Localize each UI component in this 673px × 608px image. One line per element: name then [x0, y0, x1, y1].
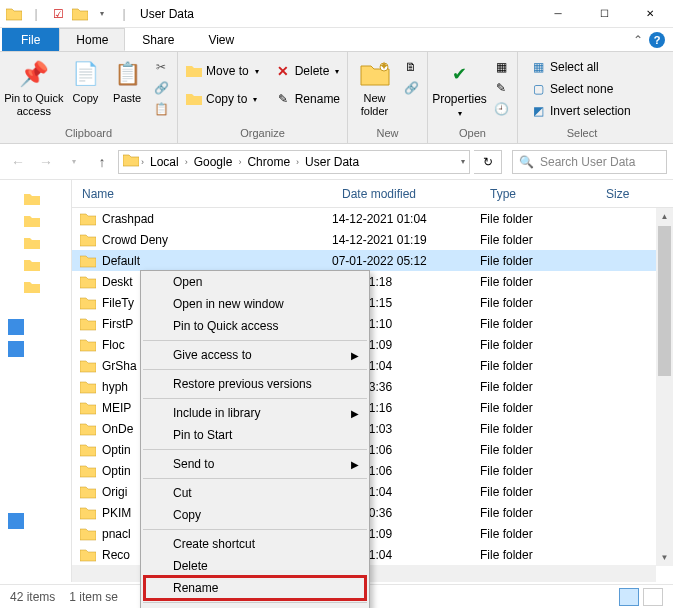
ctx-include-library[interactable]: Include in library▶ [141, 402, 369, 424]
row-type: File folder [480, 422, 596, 436]
edit-icon[interactable]: ✎ [489, 79, 513, 97]
ctx-pin-start[interactable]: Pin to Start [141, 424, 369, 446]
tree-item[interactable] [0, 510, 71, 532]
ctx-separator [143, 529, 367, 530]
ctx-open-new[interactable]: Open in new window [141, 293, 369, 315]
context-menu: Open Open in new window Pin to Quick acc… [140, 270, 370, 608]
select-all-button[interactable]: ▦Select all [526, 58, 635, 76]
scroll-down-icon[interactable]: ▼ [656, 549, 673, 566]
cut-icon[interactable]: ✂ [149, 58, 173, 76]
up-button[interactable]: ↑ [90, 150, 114, 174]
ctx-separator [143, 369, 367, 370]
new-folder-button[interactable]: ✦ New folder [352, 54, 397, 118]
scrollbar-thumb[interactable] [658, 226, 671, 376]
tree-item[interactable] [0, 254, 71, 276]
maximize-button[interactable]: ☐ [581, 0, 627, 28]
qat-check-icon[interactable]: ☑ [50, 6, 66, 22]
history-icon[interactable]: 🕘 [489, 100, 513, 118]
select-none-button[interactable]: ▢Select none [526, 80, 635, 98]
chevron-right-icon[interactable]: › [294, 157, 301, 167]
tree-item[interactable] [0, 276, 71, 298]
recent-dropdown[interactable]: ▾ [62, 150, 86, 174]
nav-tree[interactable] [0, 180, 72, 582]
delete-button[interactable]: ✕Delete▾ [271, 62, 344, 80]
ctx-give-access[interactable]: Give access to▶ [141, 344, 369, 366]
search-input[interactable]: 🔍 Search User Data [512, 150, 667, 174]
tab-view[interactable]: View [191, 28, 251, 51]
col-size[interactable]: Size [596, 187, 656, 201]
paste-shortcut-icon[interactable]: 📋 [149, 100, 173, 118]
breadcrumb[interactable]: User Data [301, 155, 363, 169]
new-item-icon[interactable]: 🗎 [399, 58, 423, 76]
table-row[interactable]: Crowd Deny 14-12-2021 01:19 File folder [72, 229, 673, 250]
table-row[interactable]: Crashpad 14-12-2021 01:04 File folder [72, 208, 673, 229]
addr-dropdown-icon[interactable]: ▾ [461, 157, 465, 166]
breadcrumb[interactable]: Google [190, 155, 237, 169]
col-type[interactable]: Type [480, 187, 596, 201]
easy-access-icon[interactable]: 🔗 [399, 79, 423, 97]
group-label: New [352, 127, 423, 141]
scroll-up-icon[interactable]: ▲ [656, 208, 673, 225]
chevron-right-icon[interactable]: › [183, 157, 190, 167]
close-button[interactable]: ✕ [627, 0, 673, 28]
ctx-open[interactable]: Open [141, 271, 369, 293]
row-type: File folder [480, 275, 596, 289]
collapse-ribbon-icon[interactable]: ⌃ [633, 33, 643, 47]
view-thumbnails-button[interactable] [643, 588, 663, 606]
ctx-separator [143, 340, 367, 341]
ctx-send-to[interactable]: Send to▶ [141, 453, 369, 475]
properties-button[interactable]: ✔ Properties ▾ [432, 54, 487, 120]
minimize-button[interactable]: ─ [535, 0, 581, 28]
row-date: 14-12-2021 01:19 [332, 233, 480, 247]
chevron-right-icon: ▶ [351, 459, 359, 470]
ctx-rename[interactable]: Rename [141, 577, 369, 599]
ctx-cut[interactable]: Cut [141, 482, 369, 504]
tab-home[interactable]: Home [59, 28, 125, 51]
folder-icon [72, 6, 88, 22]
ctx-copy[interactable]: Copy [141, 504, 369, 526]
invert-selection-button[interactable]: ◩Invert selection [526, 102, 635, 120]
col-name[interactable]: Name [72, 187, 332, 201]
copy-to-button[interactable]: Copy to▾ [182, 90, 263, 108]
ctx-shortcut[interactable]: Create shortcut [141, 533, 369, 555]
ctx-delete[interactable]: Delete [141, 555, 369, 577]
column-headers: Name Date modified Type Size [72, 180, 673, 208]
copy-button[interactable]: 📄 Copy [66, 54, 106, 105]
col-date[interactable]: Date modified [332, 187, 480, 201]
copy-path-icon[interactable]: 🔗 [149, 79, 173, 97]
group-label: Organize [182, 127, 343, 141]
row-type: File folder [480, 527, 596, 541]
row-name: Default [102, 254, 332, 268]
chevron-right-icon[interactable]: › [139, 157, 146, 167]
ctx-restore[interactable]: Restore previous versions [141, 373, 369, 395]
help-icon[interactable]: ? [649, 32, 665, 48]
tab-share[interactable]: Share [125, 28, 191, 51]
tree-item[interactable] [0, 316, 71, 338]
tree-item[interactable] [0, 232, 71, 254]
refresh-button[interactable]: ↻ [474, 150, 502, 174]
breadcrumb[interactable]: Chrome [243, 155, 294, 169]
tree-item[interactable] [0, 338, 71, 360]
address-bar[interactable]: › Local › Google › Chrome › User Data ▾ [118, 150, 470, 174]
folder-icon [80, 317, 98, 331]
forward-button[interactable]: → [34, 150, 58, 174]
chevron-right-icon[interactable]: › [236, 157, 243, 167]
tree-item[interactable] [0, 210, 71, 232]
ctx-pin-quick[interactable]: Pin to Quick access [141, 315, 369, 337]
move-to-button[interactable]: Move to▾ [182, 62, 263, 80]
table-row[interactable]: Default 07-01-2022 05:12 File folder [72, 250, 673, 271]
qat-dropdown-icon[interactable]: ▾ [94, 6, 110, 22]
search-placeholder: Search User Data [540, 155, 635, 169]
back-button[interactable]: ← [6, 150, 30, 174]
tree-item[interactable] [0, 188, 71, 210]
breadcrumb[interactable]: Local [146, 155, 183, 169]
view-details-button[interactable] [619, 588, 639, 606]
tab-file[interactable]: File [2, 28, 59, 51]
rename-button[interactable]: ✎Rename [271, 90, 344, 108]
pin-quick-access-button[interactable]: 📌 Pin to Quick access [4, 54, 64, 118]
qat-divider: | [116, 6, 132, 22]
paste-button[interactable]: 📋 Paste [107, 54, 147, 105]
open-icon[interactable]: ▦ [489, 58, 513, 76]
status-item-count: 42 items [10, 590, 55, 604]
vertical-scrollbar[interactable]: ▲ ▼ [656, 208, 673, 566]
